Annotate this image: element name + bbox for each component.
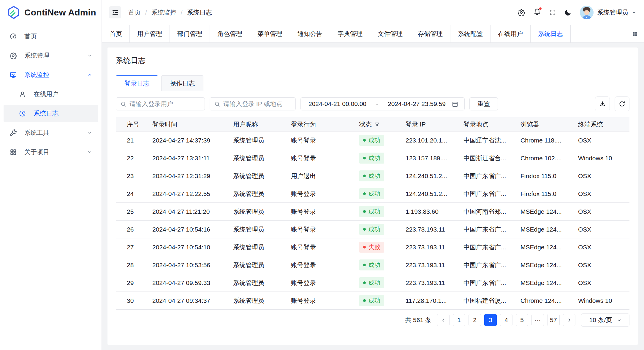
status-badge: 成功 bbox=[359, 259, 384, 270]
breadcrumb-home[interactable]: 首页 bbox=[128, 8, 141, 17]
table-row: 23 2024-04-27 12:31:29 系统管理员 用户退出 成功 124… bbox=[116, 167, 629, 185]
sidebar-item-online-users[interactable]: 在线用户 bbox=[4, 85, 98, 103]
tab-list-menu-button[interactable] bbox=[626, 25, 644, 42]
cell-browser: MSEdge 124... bbox=[520, 279, 578, 286]
cell-browser: Chrome 118.... bbox=[520, 137, 578, 144]
col-status: 状态 bbox=[359, 120, 406, 129]
tab-operation-log[interactable]: 操作日志 bbox=[161, 75, 203, 91]
reset-button[interactable]: 重置 bbox=[469, 97, 498, 110]
app-title: ContiNew Admin bbox=[24, 7, 96, 18]
tab-department-management[interactable]: 部门管理 bbox=[170, 25, 210, 42]
tab-dict-management[interactable]: 字典管理 bbox=[330, 25, 370, 42]
cell-status: 成功 bbox=[359, 188, 406, 199]
tab-system-config[interactable]: 系统配置 bbox=[450, 25, 490, 42]
sidebar-item-home[interactable]: 首页 bbox=[4, 28, 98, 45]
status-dot bbox=[363, 192, 366, 195]
cell-status: 成功 bbox=[359, 295, 406, 306]
login-ip-search-field[interactable] bbox=[210, 97, 296, 110]
sidebar-item-system-monitor[interactable]: 系统监控 bbox=[4, 66, 98, 83]
cell-action: 账号登录 bbox=[291, 243, 359, 251]
date-start-value: 2024-04-21 00:00:00 bbox=[308, 100, 366, 107]
col-login-time: 登录时间 bbox=[152, 120, 233, 129]
col-action: 登录行为 bbox=[291, 120, 359, 129]
tab-menu-management[interactable]: 菜单管理 bbox=[250, 25, 290, 42]
fullscreen-icon[interactable] bbox=[549, 9, 556, 16]
sidebar-item-about-project[interactable]: 关于项目 bbox=[4, 143, 98, 161]
page-tabs-bar: 首页 用户管理 部门管理 角色管理 菜单管理 通知公告 字典管理 文件管理 存储… bbox=[102, 25, 644, 43]
cell-ip: 1.193.83.60 bbox=[406, 208, 463, 215]
cell-nickname: 系统管理员 bbox=[233, 243, 291, 251]
export-button[interactable] bbox=[595, 96, 610, 111]
cell-os: OSX bbox=[578, 172, 629, 180]
login-ip-search-input[interactable] bbox=[223, 100, 291, 107]
status-badge: 成功 bbox=[359, 295, 384, 306]
cell-location: 中国广东省广... bbox=[463, 190, 520, 198]
chevron-down-icon bbox=[632, 10, 636, 15]
page-ellipsis-button[interactable]: ⋯ bbox=[531, 314, 544, 326]
refresh-icon bbox=[618, 100, 626, 107]
sidebar-item-system-management[interactable]: 系统管理 bbox=[4, 47, 98, 64]
status-dot bbox=[363, 139, 366, 142]
chevron-left-icon bbox=[441, 318, 446, 323]
cell-ip: 123.157.189.... bbox=[406, 155, 463, 162]
tab-file-management[interactable]: 文件管理 bbox=[370, 25, 410, 42]
next-page-button[interactable] bbox=[563, 314, 575, 326]
cell-index: 30 bbox=[116, 297, 152, 304]
tab-role-management[interactable]: 角色管理 bbox=[210, 25, 250, 42]
cell-action: 账号登录 bbox=[291, 261, 359, 269]
tab-storage-management[interactable]: 存储管理 bbox=[410, 25, 450, 42]
cell-nickname: 系统管理员 bbox=[233, 154, 291, 162]
page-button-4[interactable]: 4 bbox=[500, 314, 512, 326]
page-size-select[interactable]: 10 条/页 bbox=[581, 313, 629, 327]
user-menu[interactable]: 系统管理员 bbox=[580, 6, 636, 19]
cell-index: 24 bbox=[116, 190, 152, 197]
cell-index: 25 bbox=[116, 208, 152, 215]
breadcrumb-system-monitor[interactable]: 系统监控 bbox=[151, 8, 176, 17]
cell-browser: Chrome 102.... bbox=[520, 155, 578, 162]
grid-icon bbox=[10, 148, 17, 156]
sidebar-item-system-tools[interactable]: 系统工具 bbox=[4, 124, 98, 141]
prev-page-button[interactable] bbox=[437, 314, 450, 326]
page-button-3-active[interactable]: 3 bbox=[484, 314, 497, 326]
col-status-label: 状态 bbox=[359, 120, 372, 129]
system-log-card: 系统日志 登录日志 操作日志 2024-04-21 00:00:00 - 202… bbox=[107, 47, 638, 345]
login-log-table: 序号 登录时间 用户昵称 登录行为 状态 登录 IP 登录地点 浏览器 终端系统… bbox=[116, 117, 629, 310]
cell-status: 成功 bbox=[359, 277, 406, 288]
page-button-1[interactable]: 1 bbox=[453, 314, 465, 326]
col-os: 终端系统 bbox=[578, 120, 629, 129]
tab-system-log[interactable]: 系统日志 bbox=[531, 25, 571, 42]
tab-online-users[interactable]: 在线用户 bbox=[490, 25, 531, 42]
refresh-button[interactable] bbox=[615, 96, 629, 111]
tab-announcement[interactable]: 通知公告 bbox=[290, 25, 330, 42]
logo[interactable]: ContiNew Admin bbox=[0, 0, 102, 25]
cell-location: 中国广东省广... bbox=[463, 279, 520, 287]
page-button-57[interactable]: 57 bbox=[547, 314, 560, 326]
filter-funnel-icon[interactable] bbox=[374, 122, 380, 127]
cell-status: 成功 bbox=[359, 170, 406, 181]
cell-nickname: 系统管理员 bbox=[233, 136, 291, 145]
sidebar-item-label: 系统日志 bbox=[34, 109, 92, 118]
status-dot bbox=[363, 281, 366, 284]
sidebar-collapse-button[interactable] bbox=[109, 6, 121, 18]
sidebar-item-system-log[interactable]: 系统日志 bbox=[4, 105, 98, 122]
col-browser: 浏览器 bbox=[520, 120, 578, 129]
apps-grid-icon bbox=[632, 31, 638, 37]
status-dot bbox=[363, 228, 366, 231]
status-dot bbox=[363, 246, 366, 248]
tab-user-management[interactable]: 用户管理 bbox=[130, 25, 170, 42]
settings-gear-icon[interactable] bbox=[518, 9, 525, 16]
page-button-5[interactable]: 5 bbox=[516, 314, 528, 326]
sidebar-item-label: 系统管理 bbox=[24, 51, 87, 60]
tab-home[interactable]: 首页 bbox=[102, 25, 130, 42]
content-area: 系统日志 登录日志 操作日志 2024-04-21 00:00:00 - 202… bbox=[102, 43, 644, 350]
notifications-button[interactable] bbox=[533, 8, 541, 17]
clock-icon bbox=[19, 110, 26, 117]
dark-mode-moon-icon[interactable] bbox=[564, 9, 572, 16]
page-button-2[interactable]: 2 bbox=[469, 314, 481, 326]
top-header: 首页 / 系统监控 / 系统日志 bbox=[102, 0, 644, 25]
login-user-search-input[interactable] bbox=[129, 100, 200, 107]
tab-login-log[interactable]: 登录日志 bbox=[116, 75, 158, 91]
cell-index: 22 bbox=[116, 155, 152, 162]
date-range-picker[interactable]: 2024-04-21 00:00:00 - 2024-04-27 23:59:5… bbox=[300, 97, 465, 110]
login-user-search-field[interactable] bbox=[116, 97, 205, 110]
